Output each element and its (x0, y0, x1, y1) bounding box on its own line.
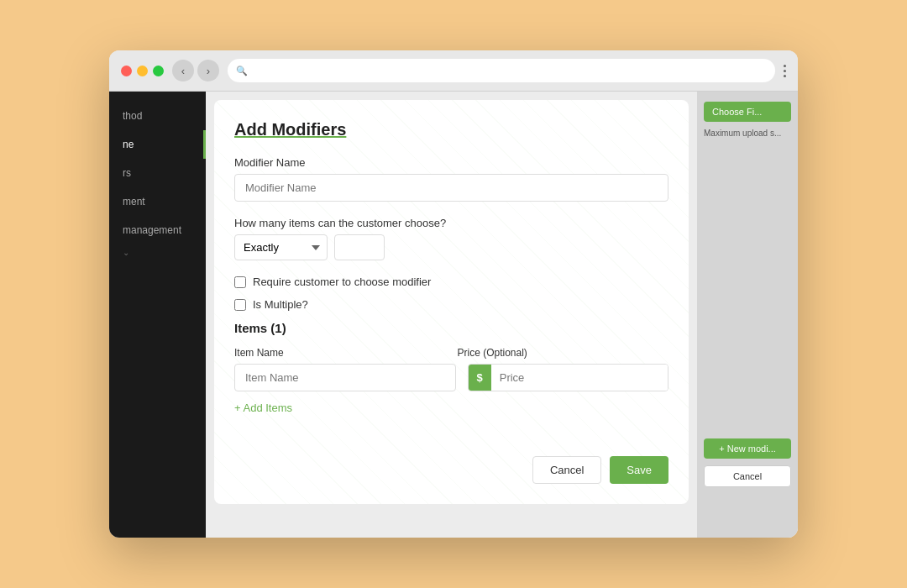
require-modifier-checkbox[interactable] (234, 276, 246, 288)
modifier-name-label: Modifier Name (234, 156, 668, 169)
nav-buttons: ‹ › (172, 60, 219, 81)
menu-button[interactable] (784, 65, 786, 77)
quantity-select[interactable]: Exactly At least At most Any number (234, 234, 328, 260)
is-multiple-checkbox[interactable] (234, 299, 246, 311)
traffic-lights (121, 66, 164, 76)
modal-title: Add Modifiers (234, 120, 668, 139)
sidebar-item-label: rs (123, 167, 131, 179)
menu-dot (784, 65, 786, 67)
back-button[interactable]: ‹ (172, 60, 194, 81)
chevron-down-icon: ⌄ (123, 248, 129, 257)
require-modifier-row: Require customer to choose modifier (234, 276, 668, 288)
items-count-section: How many items can the customer choose? … (234, 217, 668, 260)
sidebar-item-label: management (123, 224, 181, 236)
maximize-button[interactable] (153, 66, 164, 76)
cancel-button[interactable]: Cancel (532, 456, 601, 484)
item-name-column-header: Item Name (234, 347, 446, 359)
modal-footer: Cancel Save (234, 448, 668, 484)
new-modifier-button[interactable]: + New modi... (704, 438, 791, 459)
right-panel-cancel-button[interactable]: Cancel (704, 465, 791, 487)
sidebar-item-label: thod (123, 110, 142, 122)
items-section-header: Items (1) (234, 321, 668, 335)
browser-window: ‹ › 🔍 thod ne rs (109, 50, 798, 538)
item-row: $ (234, 364, 668, 391)
upload-text: Maximum upload s... (704, 129, 781, 138)
address-bar[interactable]: 🔍 (228, 59, 775, 82)
sidebar-item-management[interactable]: ment (109, 187, 206, 216)
modifier-name-input[interactable] (234, 174, 668, 202)
sidebar-item-label: ne (123, 139, 134, 150)
menu-dot (784, 70, 786, 72)
main-content: Add Modifiers Modifier Name How many ite… (206, 92, 798, 538)
modal-overlay: Add Modifiers Modifier Name How many ite… (206, 92, 697, 538)
forward-icon: › (207, 65, 210, 77)
back-icon: ‹ (181, 65, 185, 77)
items-count-row: Exactly At least At most Any number (234, 234, 668, 260)
choose-file-button[interactable]: Choose Fi... (704, 102, 791, 122)
add-modifiers-modal: Add Modifiers Modifier Name How many ite… (214, 100, 689, 504)
items-count-label: How many items can the customer choose? (234, 217, 668, 229)
forward-button[interactable]: › (197, 60, 219, 81)
search-icon: 🔍 (236, 66, 248, 76)
is-multiple-label: Is Multiple? (253, 298, 308, 311)
price-prefix: $ (469, 365, 491, 391)
modifier-name-section: Modifier Name (234, 156, 668, 202)
sidebar-item-label: ment (123, 196, 145, 207)
require-modifier-label: Require customer to choose modifier (253, 276, 431, 288)
save-button[interactable]: Save (610, 456, 668, 484)
browser-chrome: ‹ › 🔍 (109, 50, 798, 92)
price-input-group: $ (468, 364, 669, 391)
add-items-link[interactable]: + Add Items (234, 402, 292, 414)
price-column-header: Price (Optional) (458, 347, 669, 359)
right-panel-bottom: + New modi... Cancel (704, 438, 791, 487)
menu-dot (784, 75, 786, 77)
sidebar-item-mgmt2[interactable]: management (109, 216, 206, 244)
price-input[interactable] (491, 365, 668, 391)
quantity-number-input[interactable] (334, 234, 385, 260)
sidebar: thod ne rs ment management ⌄ (109, 92, 206, 538)
sidebar-item-name[interactable]: ne (109, 130, 206, 159)
sidebar-expand-arrow[interactable]: ⌄ (109, 248, 206, 257)
right-panel: Choose Fi... Maximum upload s... + New m… (697, 92, 798, 538)
sidebar-item-reports[interactable]: rs (109, 159, 206, 187)
item-name-input[interactable] (234, 364, 456, 391)
items-table-header: Item Name Price (Optional) (234, 347, 668, 359)
minimize-button[interactable] (137, 66, 148, 76)
sidebar-item-method[interactable]: thod (109, 102, 206, 130)
browser-body: thod ne rs ment management ⌄ (109, 92, 798, 538)
close-button[interactable] (121, 66, 132, 76)
items-section: Items (1) Item Name Price (Optional) $ (234, 321, 668, 431)
is-multiple-row: Is Multiple? (234, 298, 668, 311)
